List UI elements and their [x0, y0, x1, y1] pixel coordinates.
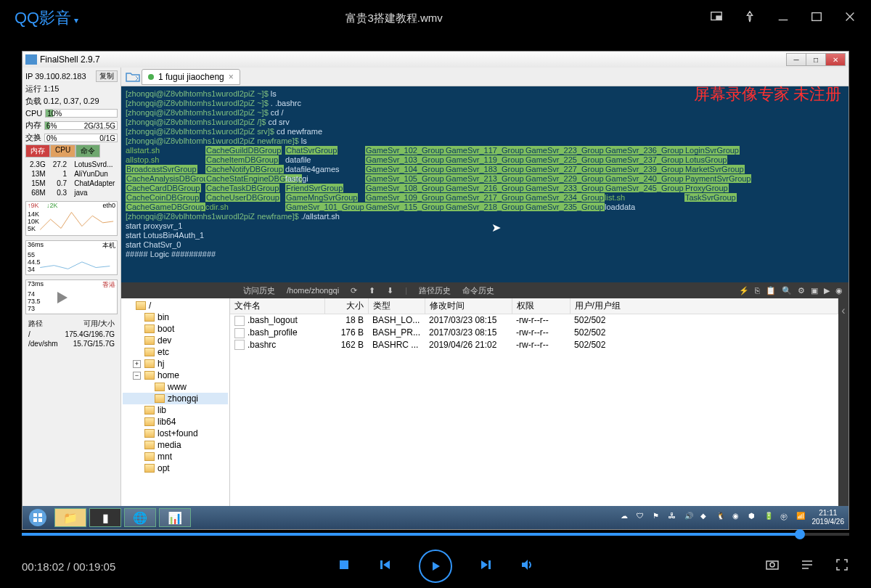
tree-item[interactable]: etc [123, 346, 228, 358]
progress-knob[interactable] [795, 529, 805, 539]
tree-item[interactable]: −home [123, 369, 228, 381]
fs-minimize-icon[interactable]: ─ [786, 53, 806, 66]
tree-item[interactable]: www [123, 381, 228, 393]
screenshot-icon[interactable] [765, 558, 780, 575]
svg-marker-10 [383, 560, 390, 569]
tree-item[interactable]: mnt [123, 451, 228, 462]
open-folder-icon[interactable] [124, 70, 142, 84]
table-row[interactable]: .bash_logout18 BBASH_LO...2017/03/23 08:… [230, 314, 838, 327]
tray-clock[interactable]: 21:112019/4/26 [812, 509, 845, 526]
tree-item[interactable]: lost+found [123, 428, 228, 439]
svg-marker-14 [522, 560, 528, 570]
gear-icon[interactable]: ⚙ [798, 286, 805, 295]
svg-marker-12 [481, 560, 488, 569]
start-button[interactable] [23, 506, 53, 529]
tab-cpu[interactable]: CPU [50, 144, 75, 158]
close-icon[interactable] [843, 10, 856, 26]
svg-marker-6 [57, 292, 68, 303]
process-table: 2.3G27.2LotusSvrd... 13M1AliYunDun 15M0.… [25, 159, 119, 198]
path-history-link[interactable]: 路径历史 [419, 285, 451, 296]
table-row[interactable]: .bashrc162 BBASHRC ...2019/04/26 21:02-r… [230, 339, 838, 351]
tree-item[interactable]: opt [123, 462, 228, 474]
tray-cloud-icon[interactable]: ☁ [621, 512, 632, 523]
monitor-panel: IP 39.100.82.183复制 运行 1:15 负载 0.12, 0.37… [23, 68, 121, 529]
tray-sound-icon[interactable]: 🔊 [684, 512, 696, 523]
tray-vol-icon[interactable]: 📶 [796, 512, 808, 523]
bolt-icon[interactable]: ⚡ [739, 286, 749, 295]
pip-icon[interactable] [710, 10, 723, 26]
ip-label: IP 39.100.82.183 [25, 72, 86, 81]
tab-memory[interactable]: 内存 [25, 144, 50, 158]
download-icon[interactable]: ⬇ [387, 286, 393, 295]
cursor-icon: ➤ [491, 223, 501, 232]
svg-rect-9 [380, 560, 383, 569]
minimize-icon[interactable] [777, 10, 790, 26]
volume-button[interactable] [520, 558, 533, 574]
tree-item[interactable]: / [123, 300, 228, 311]
task-ie[interactable]: 🌐 [124, 508, 156, 527]
tree-item[interactable]: +hj [123, 358, 228, 369]
time-display: 00:18:02 / 00:19:05 [22, 560, 115, 573]
folder-icon[interactable]: ▣ [811, 286, 818, 295]
tray-battery-icon[interactable]: 🔋 [764, 512, 776, 523]
svg-point-16 [770, 563, 774, 567]
watermark: 屏幕录像专家 未注册 [694, 89, 842, 99]
tray-app2-icon[interactable]: ◉ [732, 512, 744, 523]
table-row[interactable]: .bash_profile176 BBASH_PR...2017/03/23 0… [230, 327, 838, 339]
tree-item[interactable]: lib [123, 404, 228, 416]
tree-item[interactable]: zhongqi [123, 393, 228, 404]
playlist-icon[interactable] [800, 558, 814, 575]
paste-icon[interactable]: 📋 [766, 286, 776, 295]
fs-close-icon[interactable]: ✕ [825, 53, 846, 66]
prev-button[interactable] [378, 558, 391, 574]
tray-app1-icon[interactable]: ◆ [700, 512, 712, 523]
file-list[interactable]: 文件名 大小 类型 修改时间 权限 用户/用户组 .bash_logout18 … [230, 298, 838, 529]
tree-item[interactable]: bin [123, 311, 228, 323]
task-screenrec[interactable]: 📊 [159, 508, 191, 527]
search-icon[interactable]: 🔍 [782, 286, 792, 295]
fs-maximize-icon[interactable]: □ [806, 53, 826, 66]
tray-ime-icon[interactable]: ㊥ [780, 512, 792, 523]
svg-rect-13 [488, 560, 491, 569]
player-brand[interactable]: QQ影音▾ [15, 7, 78, 29]
maximize-icon[interactable] [810, 10, 823, 26]
cmd-history-link[interactable]: 命令历史 [462, 285, 494, 296]
refresh-icon[interactable]: ⟳ [351, 286, 357, 295]
copy-icon[interactable]: ⎘ [755, 286, 760, 295]
progress-bar[interactable] [22, 533, 849, 536]
terminal[interactable]: 屏幕录像专家 未注册 [zhongqi@iZ8vblhtomhs1wurodl2… [121, 86, 848, 282]
tree-item[interactable]: media [123, 439, 228, 451]
status-dot-icon [148, 74, 154, 80]
ping-chart-hk: 73ms 香港 74 73.5 73 [25, 279, 118, 314]
task-explorer[interactable]: 📁 [54, 508, 86, 527]
tab-cmd[interactable]: 命令 [75, 144, 100, 158]
tray-flag-icon[interactable]: ⚑ [653, 512, 664, 523]
session-tab[interactable]: 1 fugui jiaocheng × [142, 69, 240, 85]
copy-button[interactable]: 复制 [96, 70, 118, 82]
pin-icon[interactable] [743, 10, 756, 26]
ping-chart-local: 36ms 本机 55 44.5 34 [25, 240, 118, 275]
tree-item[interactable]: dev [123, 335, 228, 346]
history-link[interactable]: 访问历史 [243, 285, 275, 296]
run-icon[interactable]: ▶ [824, 286, 830, 295]
svg-marker-11 [433, 562, 440, 571]
fullscreen-icon[interactable] [835, 558, 849, 575]
tab-close-icon[interactable]: × [229, 72, 234, 82]
play-button[interactable] [419, 550, 452, 583]
video-title: 富贵3搭建教程.wmv [78, 12, 710, 25]
tray-shield-icon[interactable]: 🛡 [637, 512, 648, 523]
tray-app3-icon[interactable]: ⬢ [748, 512, 760, 523]
next-button[interactable] [480, 558, 493, 574]
upload-icon[interactable]: ⬆ [369, 286, 375, 295]
tray-qq-icon[interactable]: 🐧 [716, 512, 728, 523]
tray-net-icon[interactable]: 🖧 [668, 512, 680, 523]
path-display[interactable]: /home/zhongqi [287, 286, 339, 295]
stop-icon[interactable]: ◉ [835, 286, 843, 295]
tree-item[interactable]: lib64 [123, 416, 228, 428]
tree-item[interactable]: boot [123, 323, 228, 335]
svg-rect-8 [340, 560, 348, 569]
file-tree[interactable]: /binbootdevetc+hj−homewwwzhongqiliblib64… [121, 298, 230, 529]
stop-button[interactable] [338, 558, 351, 574]
collapse-panel-icon[interactable]: ‹ [838, 298, 848, 529]
task-terminal[interactable]: ▮ [89, 508, 121, 527]
